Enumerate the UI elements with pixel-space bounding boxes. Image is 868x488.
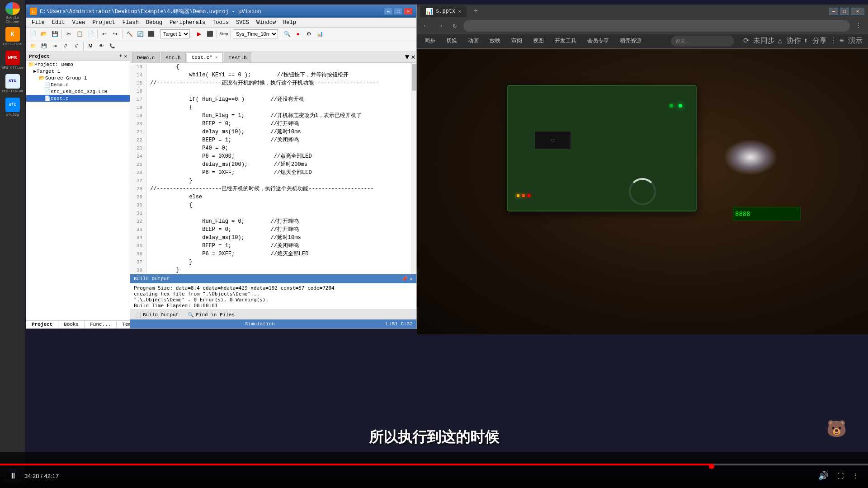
tab-democ[interactable]: Demo.c bbox=[132, 52, 160, 62]
more-btn[interactable]: ⋮ bbox=[851, 470, 861, 481]
step-btn[interactable]: Step bbox=[219, 29, 229, 39]
start-debug-btn[interactable]: ▶ bbox=[194, 29, 204, 39]
open-btn[interactable]: 📂 bbox=[39, 29, 49, 39]
tab-stch[interactable]: stc.h bbox=[161, 52, 186, 62]
tree-project[interactable]: 📁 Project: Demo bbox=[26, 61, 130, 68]
save-btn[interactable]: 💾 bbox=[50, 29, 60, 39]
tab-testh[interactable]: test.h bbox=[224, 52, 252, 62]
close-button[interactable]: ✕ bbox=[404, 8, 413, 15]
target-select[interactable]: Target 1 bbox=[160, 29, 190, 38]
volume-btn[interactable]: 🔊 bbox=[816, 469, 830, 483]
comment-btn[interactable]: // bbox=[61, 41, 71, 51]
stop-btn[interactable]: ⬛ bbox=[146, 29, 156, 39]
cut-btn[interactable]: ✂ bbox=[64, 29, 74, 39]
stop-debug-btn[interactable]: ⬛ bbox=[205, 29, 215, 39]
wps-animate-btn[interactable]: 动画 bbox=[465, 35, 481, 47]
undo-btn[interactable]: ↩ bbox=[99, 29, 109, 39]
menu-svcs[interactable]: SVCS bbox=[232, 19, 253, 27]
minimize-button[interactable]: — bbox=[384, 8, 393, 15]
wps-dake-btn[interactable]: 稻壳资源 bbox=[617, 35, 644, 47]
panel-icon-2[interactable]: ✕ bbox=[124, 53, 127, 59]
menu-help[interactable]: Help bbox=[279, 19, 300, 27]
breakpoint-btn[interactable]: ● bbox=[293, 29, 303, 39]
menu-file[interactable]: File bbox=[28, 19, 48, 27]
wps-view-btn[interactable]: 视图 bbox=[530, 35, 547, 47]
tree-lib[interactable]: 📄 stc_usb_cdc_32g.LIB bbox=[26, 88, 130, 95]
watch-btn[interactable]: 👁 bbox=[96, 41, 106, 51]
wps-list-icon[interactable]: ≡ 演示 bbox=[840, 36, 863, 46]
tab-testc[interactable]: test.c* ✕ bbox=[187, 52, 223, 62]
menu-debug[interactable]: Debug bbox=[142, 19, 166, 27]
wps-member-btn[interactable]: 会员专享 bbox=[585, 35, 612, 47]
build-close-icon[interactable]: ✕ bbox=[410, 276, 413, 282]
menu-peripherals[interactable]: Peripherals bbox=[166, 19, 209, 27]
scrollbar-thumb[interactable] bbox=[412, 64, 416, 91]
browser-close-btn[interactable]: ✕ bbox=[851, 8, 864, 15]
menu-tools[interactable]: Tools bbox=[209, 19, 232, 27]
build-tab-output[interactable]: ⬜ Build Output bbox=[130, 311, 183, 319]
code-scrollbar[interactable] bbox=[411, 63, 416, 274]
browser-tab-close[interactable]: ✕ bbox=[458, 8, 461, 15]
menu-project[interactable]: Project bbox=[89, 19, 118, 27]
paste-btn[interactable]: 📄 bbox=[85, 29, 95, 39]
wps-sync-btn[interactable]: 同步 bbox=[422, 35, 438, 47]
rebuild-btn[interactable]: 🔄 bbox=[135, 29, 145, 39]
board-btn[interactable]: 📊 bbox=[315, 29, 325, 39]
menu-window[interactable]: Window bbox=[253, 19, 279, 27]
menu-edit[interactable]: Edit bbox=[48, 19, 69, 27]
project-btn[interactable]: 📁 bbox=[28, 41, 38, 51]
taskbar-keil[interactable]: K Keil-C51C bbox=[2, 26, 24, 47]
fullscreen-btn[interactable]: ⛶ bbox=[835, 470, 845, 481]
taskbar-wps[interactable]: WPS WPS Office bbox=[2, 49, 24, 71]
new-tab-button[interactable]: + bbox=[470, 6, 481, 17]
build-tab-find[interactable]: 🔍 Find in Files bbox=[183, 311, 239, 319]
wps-op-icon[interactable]: △ 协作 bbox=[778, 36, 801, 46]
panel-icon-1[interactable]: + bbox=[119, 53, 123, 59]
browser-tab-pptx[interactable]: 📊 s.pptx ✕ bbox=[420, 5, 467, 17]
view-btn[interactable]: 🔍 bbox=[282, 29, 292, 39]
address-bar[interactable] bbox=[463, 20, 850, 32]
browser-maximize-btn[interactable]: □ bbox=[840, 8, 849, 15]
tree-testc[interactable]: 📄 test.c bbox=[26, 95, 130, 102]
browser-minimize-btn[interactable]: — bbox=[829, 8, 838, 15]
copy-btn[interactable]: 📋 bbox=[75, 29, 85, 39]
tab-books[interactable]: Books bbox=[58, 321, 85, 328]
tree-democ[interactable]: 📄 Demo.c bbox=[26, 81, 130, 88]
tree-sourcegroup[interactable]: 📂 Source Group 1 bbox=[26, 75, 130, 81]
extensions-btn[interactable]: ⋮ bbox=[853, 20, 864, 32]
code-lines[interactable]: { while( KEY1 == 0 ); //按钮按下，并等待按钮松开//--… bbox=[146, 63, 411, 274]
taskbar-chrome[interactable]: Google Chrome bbox=[2, 2, 24, 24]
build-pin-icon[interactable]: 📌 bbox=[401, 276, 408, 282]
new-file-btn[interactable]: 📄 bbox=[28, 29, 38, 39]
mascot-bear-icon[interactable]: 🐻 bbox=[818, 411, 854, 447]
uncomment-btn[interactable]: // bbox=[71, 41, 81, 51]
build-btn[interactable]: 🔨 bbox=[124, 29, 134, 39]
taskbar-sfc[interactable]: sfc sfc32g bbox=[2, 96, 24, 118]
wps-sync-icon[interactable]: ⟳ 未同步 bbox=[743, 36, 775, 46]
tab-project[interactable]: Project bbox=[26, 321, 58, 328]
wps-devtools-btn[interactable]: 开发工具 bbox=[552, 35, 579, 47]
wps-review-btn[interactable]: 审阅 bbox=[509, 35, 525, 47]
refresh-btn[interactable]: ↻ bbox=[449, 20, 461, 32]
settings-btn[interactable]: ⚙ bbox=[304, 29, 314, 39]
menu-view[interactable]: View bbox=[69, 19, 89, 27]
tab-close-icon[interactable]: ✕ bbox=[215, 55, 218, 60]
redo-btn[interactable]: ↪ bbox=[110, 29, 120, 39]
back-btn[interactable]: ← bbox=[420, 20, 432, 32]
progress-bar[interactable] bbox=[0, 464, 868, 465]
maximize-button[interactable]: □ bbox=[394, 8, 403, 15]
indent-btn[interactable]: ⇥ bbox=[50, 41, 60, 51]
menu-flash[interactable]: Flash bbox=[119, 19, 142, 27]
tab-func[interactable]: Func... bbox=[85, 321, 117, 328]
wps-search-input[interactable] bbox=[671, 36, 734, 47]
forward-btn[interactable]: → bbox=[434, 20, 446, 32]
tab-nav-btn[interactable]: ▼ bbox=[404, 52, 410, 62]
tab-close-all-btn[interactable]: ✕ bbox=[410, 52, 416, 62]
mem-btn[interactable]: M bbox=[85, 41, 95, 51]
wps-share-icon[interactable]: ⬆ 分享 bbox=[804, 36, 827, 46]
time-select[interactable]: Sys_Time_10ms bbox=[233, 29, 278, 38]
call-btn[interactable]: 📞 bbox=[107, 41, 117, 51]
wps-switch-btn[interactable]: 切换 bbox=[443, 35, 460, 47]
wps-play-btn[interactable]: 放映 bbox=[487, 35, 503, 47]
taskbar-stc[interactable]: STC stc-isp-v6 bbox=[2, 73, 24, 94]
